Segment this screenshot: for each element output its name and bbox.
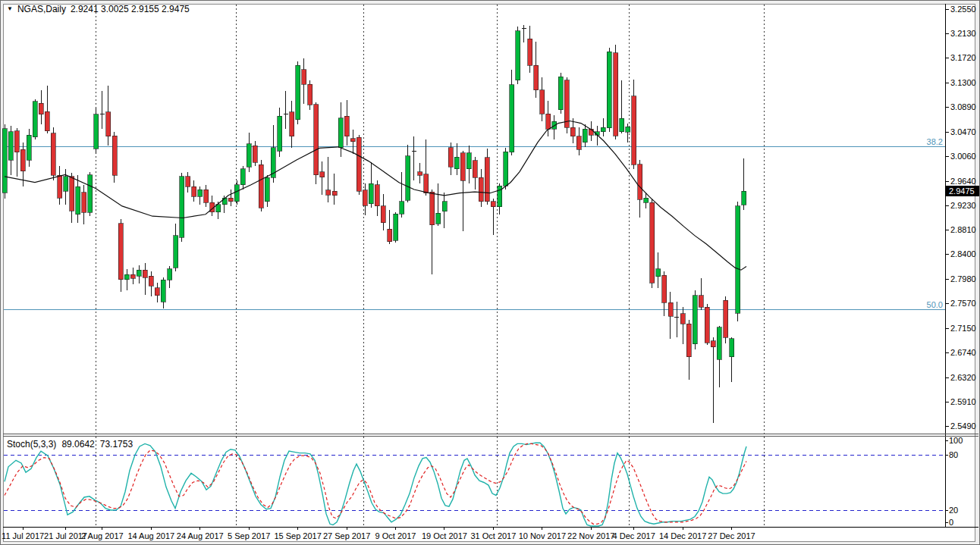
candle-body-bear (485, 158, 489, 202)
date-axis-label: 14 Dec 2017 (659, 531, 706, 540)
candle-body-bull (693, 296, 697, 344)
stochastic-d-value: 73.1753 (100, 439, 133, 449)
chart-window: ▼ NGAS,Daily 2.9241 3.0025 2.9155 2.9475… (0, 0, 980, 545)
candle-body-bear (204, 189, 209, 202)
symbol-dropdown-icon[interactable]: ▼ (7, 6, 13, 12)
candle-body-bear (39, 103, 43, 114)
candle-body-bull (394, 214, 398, 240)
stochastic-label-row: Stoch(5,3,3) 89.0642 73.1753 (7, 439, 133, 449)
candle-body-bear (290, 112, 294, 136)
price-axis-label: 2.7150 (950, 324, 976, 333)
candle-body-bear (528, 39, 532, 65)
candle-body-bear (357, 137, 361, 191)
candle-body-bear (259, 164, 263, 208)
candle-body-bear (332, 191, 337, 196)
candle-body-bear (350, 139, 355, 142)
candle-body-bear (460, 153, 465, 181)
candle-body-bear (70, 177, 74, 211)
candle-body-bull (601, 127, 605, 132)
fib-level-label: 38.2 (912, 137, 943, 146)
date-axis-label: 24 Aug 2017 (177, 531, 224, 540)
candle-body-bull (620, 118, 624, 131)
candle-body-bull (180, 177, 184, 237)
candle-body-bull (644, 198, 649, 202)
main-chart-canvas[interactable] (1, 1, 980, 545)
candle-body-bear (638, 164, 642, 200)
candle-body-bear (418, 172, 422, 176)
candle-body-bear (155, 288, 159, 296)
price-axis-label: 2.5910 (950, 397, 976, 406)
date-axis-label: 2 Aug 2017 (81, 531, 124, 540)
candle-body-bear (253, 146, 257, 162)
candle-body-bear (540, 90, 545, 114)
candle-body-bear (308, 84, 313, 105)
candle-body-bull (400, 202, 404, 214)
candle-body-bear (491, 202, 495, 207)
candle-body-bear (662, 275, 667, 302)
candle-body-bear (51, 133, 55, 175)
candle-body-bear (473, 161, 477, 178)
candle-body-bull (296, 65, 300, 120)
candle-body-bull (265, 177, 269, 201)
candle-body-bull (33, 102, 37, 137)
candle-body-bear (228, 198, 233, 202)
candle-body-bear (326, 190, 331, 195)
price-axis-label: 2.9640 (950, 177, 976, 186)
candle-body-bull (137, 270, 141, 276)
candle-body-bull (247, 144, 251, 167)
candle-body-bear (20, 149, 25, 171)
stoch-axis-label: 0 (949, 518, 953, 527)
candle-body-bear (375, 185, 379, 206)
ohlc-values-label: 2.9241 3.0025 2.9155 2.9475 (71, 4, 190, 14)
candle-body-bull (466, 153, 471, 169)
candle-body-bull (64, 177, 68, 192)
candle-body-bear (186, 177, 190, 186)
candle-body-bull (607, 52, 611, 128)
candle-body-bear (58, 175, 62, 198)
candle-body-bull (742, 191, 746, 205)
candle-body-bull (498, 186, 502, 206)
price-axis-label: 3.2130 (950, 29, 976, 38)
candle-body-bear (344, 116, 349, 136)
price-axis-label: 2.9230 (950, 201, 976, 210)
date-axis-label: 31 Oct 2017 (470, 531, 516, 540)
candle-body-bear (430, 192, 435, 225)
date-axis-label: 27 Dec 2017 (708, 531, 755, 540)
candle-body-bear (14, 131, 19, 152)
candle-body-bear (711, 341, 715, 347)
candle-body-bull (442, 202, 447, 211)
candle-body-bear (106, 112, 111, 136)
date-axis-label: 4 Dec 2017 (613, 531, 655, 540)
candle-body-bull (124, 274, 129, 279)
price-axis-label: 2.5490 (950, 421, 976, 431)
candle-body-bear (564, 80, 569, 127)
candle-body-bull (510, 85, 514, 152)
candle-body-bear (448, 148, 453, 168)
candle-body-bull (736, 206, 740, 313)
candle-body-bull (516, 31, 520, 80)
stoch-axis-label: 100 (949, 436, 963, 445)
candle-body-bear (130, 274, 135, 278)
candle-body-bear (314, 105, 319, 175)
candle-body-bear (650, 202, 655, 283)
candle-body-bear (614, 53, 618, 136)
stochastic-k-value: 89.0642 (61, 439, 94, 449)
chart-title-row: ▼ NGAS,Daily 2.9241 3.0025 2.9155 2.9475 (7, 4, 190, 14)
candle-body-bull (656, 269, 661, 277)
candle-body-bear (112, 136, 117, 175)
price-axis-label: 3.0060 (950, 152, 976, 161)
candle-body-bear (388, 229, 392, 241)
candle-body-bull (338, 118, 343, 148)
candle-body-bull (717, 327, 721, 359)
candle-body-bear (570, 127, 575, 136)
candle-body-bull (8, 132, 13, 161)
candle-body-bear (45, 111, 49, 131)
candle-body-bull (730, 339, 734, 357)
candle-body-bear (149, 276, 153, 286)
candle-body-bear (724, 300, 728, 337)
price-axis-label: 3.1720 (950, 53, 976, 62)
stoch-axis-label: 80 (949, 450, 958, 459)
date-axis-label: 10 Nov 2017 (519, 531, 566, 540)
candle-body-bear (363, 190, 367, 205)
stochastic-name-label: Stoch(5,3,3) (7, 439, 56, 449)
